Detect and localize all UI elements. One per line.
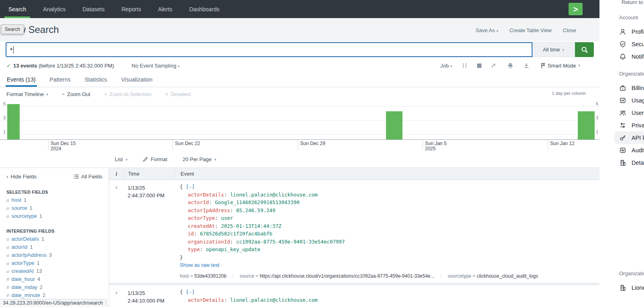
- results-tabs: Events (13)PatternsStatisticsVisualizati…: [0, 72, 599, 87]
- sidebar-item-billing[interactable]: Billing: [619, 82, 644, 94]
- deselect-button[interactable]: ×Deselect: [165, 91, 191, 97]
- field-link-host[interactable]: host: [12, 197, 22, 203]
- json-key: actorIpAddress: [188, 207, 230, 213]
- tick-label: Sun Jan 12: [550, 141, 575, 146]
- search-submit-button[interactable]: [575, 42, 594, 57]
- field-link-actorIpAddress[interactable]: actorIpAddress: [12, 252, 47, 258]
- bell-icon: [619, 53, 626, 60]
- nav-item-datasets[interactable]: Datasets: [74, 0, 113, 18]
- save-as-button[interactable]: Save As▾: [475, 27, 498, 33]
- histogram-bar[interactable]: [578, 111, 595, 139]
- sidebar-item-users[interactable]: Users: [619, 106, 644, 119]
- all-fields-button[interactable]: All Fields: [73, 174, 102, 180]
- meta-field-name: source =: [240, 273, 260, 279]
- field-link-date_mday[interactable]: date_mday: [12, 284, 37, 290]
- sidebar-item-notifications[interactable]: Notifications: [619, 50, 644, 63]
- nav-item-alerts[interactable]: Alerts: [150, 0, 181, 18]
- sidebar-item-api-keys[interactable]: API keys: [614, 131, 644, 144]
- format-results-button[interactable]: Format: [143, 156, 167, 162]
- field-count: 13: [36, 268, 42, 274]
- field-count: 3: [49, 252, 52, 258]
- sidebar-item-lionel[interactable]: Lionel: [619, 281, 644, 294]
- sidebar-item-audit[interactable]: Audit: [619, 144, 644, 156]
- time-range-picker[interactable]: All time▾: [532, 42, 575, 57]
- per-page-dropdown[interactable]: 20 Per Page▾: [183, 156, 216, 162]
- sidebar-item-usage[interactable]: Usage: [619, 94, 644, 106]
- hide-fields-button[interactable]: ‹Hide Fields: [6, 174, 37, 180]
- job-dropdown[interactable]: Job ▾: [441, 63, 452, 69]
- tab-visualization[interactable]: Visualization: [121, 72, 152, 87]
- json-colon: :: [215, 223, 221, 229]
- sidebar-item-profile[interactable]: Profile: [619, 25, 644, 38]
- y-axis-label: 1: [3, 129, 6, 134]
- list-view-dropdown[interactable]: List▾: [115, 156, 128, 162]
- nav-item-search[interactable]: Search: [0, 0, 35, 18]
- json-value: 85.246.59.249: [236, 207, 275, 213]
- field-count: 1: [41, 236, 44, 242]
- event-sampling-dropdown[interactable]: No Event Sampling ▾: [132, 63, 179, 69]
- app-root: SearchAnalyticsDatasetsReportsAlertsDash…: [0, 0, 644, 307]
- results-area: ‹Hide Fields All Fields SELECTED FIELDS …: [0, 168, 599, 307]
- tab-events-[interactable]: Events (13): [7, 72, 36, 87]
- nav-item-reports[interactable]: Reports: [113, 0, 150, 18]
- field-link-date_hour[interactable]: date_hour: [12, 276, 35, 282]
- return-to-link[interactable]: Return to: [622, 0, 643, 5]
- histogram-bar[interactable]: [386, 111, 402, 139]
- text-cursor: [13, 46, 14, 53]
- field-count: 1: [30, 244, 33, 250]
- json-key: id: [188, 231, 194, 237]
- chevron-down-icon: ▾: [578, 63, 580, 68]
- meta-sourcetype[interactable]: sourcetype = clickhouse_cloud_audit_logs: [441, 273, 544, 279]
- zoom-to-selection-button[interactable]: +Zoom to Selection: [104, 91, 151, 97]
- field-link-source[interactable]: source: [12, 205, 27, 211]
- splunk-logo-icon[interactable]: >: [569, 3, 583, 15]
- expand-chevron-icon[interactable]: ›: [109, 180, 124, 283]
- event-time: 1/13/252:44:10.000 PM: [124, 285, 175, 307]
- nav-item-dashboards[interactable]: Dashboards: [181, 0, 228, 18]
- create-table-view-button[interactable]: Create Table View: [510, 27, 552, 33]
- pause-icon[interactable]: [462, 63, 467, 68]
- json-open-brace: {: [180, 289, 186, 295]
- field-link-actorType[interactable]: actorType: [12, 260, 35, 266]
- json-value: 2025-01-13T14:44:37Z: [221, 223, 282, 229]
- meta-host[interactable]: host = 53de4339120b: [180, 273, 233, 279]
- close-button[interactable]: Close: [563, 27, 576, 33]
- json-colon: :: [200, 246, 206, 252]
- browser-status-url: 34.29.223.20:8000/en-US/app/search/searc…: [0, 299, 107, 307]
- json-line: actorType: user: [180, 214, 599, 222]
- zoom-out-button[interactable]: −Zoom Out: [62, 91, 90, 97]
- tab-statistics[interactable]: Statistics: [85, 72, 107, 87]
- field-type-number-icon: #: [6, 276, 9, 282]
- sidebar-item-private-endpoints[interactable]: Private Endpoints: [619, 119, 644, 131]
- events-histogram[interactable]: 113355: [0, 101, 599, 140]
- json-collapse-toggle[interactable]: [-]: [186, 289, 195, 295]
- meta-source[interactable]: source = https://api.clickhouse.cloud/v1…: [233, 273, 441, 279]
- nav-item-analytics[interactable]: Analytics: [35, 0, 74, 18]
- field-row: ahost1: [6, 197, 109, 203]
- field-link-createdAt[interactable]: createdAt: [12, 268, 34, 274]
- results-toolbar: List▾ Format 20 Per Page▾: [0, 151, 599, 168]
- sidebar-item-label: Usage: [632, 97, 644, 104]
- field-link-actorId[interactable]: actorId: [12, 244, 28, 250]
- field-link-actorDetails[interactable]: actorDetails: [12, 236, 39, 242]
- search-query-input[interactable]: *: [6, 42, 532, 57]
- field-count: 4: [37, 276, 40, 282]
- field-link-date_minute[interactable]: date_minute: [12, 292, 41, 298]
- histogram-bar[interactable]: [7, 104, 20, 139]
- print-icon[interactable]: [507, 62, 514, 69]
- stop-icon[interactable]: [477, 63, 481, 68]
- json-collapse-toggle[interactable]: [-]: [186, 184, 195, 190]
- field-link-sourcetype[interactable]: sourcetype: [12, 213, 37, 219]
- sidebar-item-details[interactable]: Details: [619, 156, 644, 169]
- format-timeline-dropdown[interactable]: Format Timeline▾: [6, 91, 48, 97]
- search-mode-dropdown[interactable]: Smart Mode ▾: [541, 63, 580, 69]
- expand-chevron-icon[interactable]: ›: [109, 285, 124, 307]
- tab-patterns[interactable]: Patterns: [50, 72, 71, 87]
- export-icon[interactable]: [523, 62, 530, 69]
- field-type-string-icon: a: [6, 213, 9, 219]
- selected-fields-header: SELECTED FIELDS: [6, 190, 109, 194]
- event-body: { [-]actorDetails: lionel.palacin@clickh…: [175, 180, 599, 283]
- sidebar-item-security[interactable]: Security: [619, 38, 644, 50]
- share-icon[interactable]: [491, 62, 498, 69]
- show-raw-text-link[interactable]: Show as raw text: [180, 262, 219, 268]
